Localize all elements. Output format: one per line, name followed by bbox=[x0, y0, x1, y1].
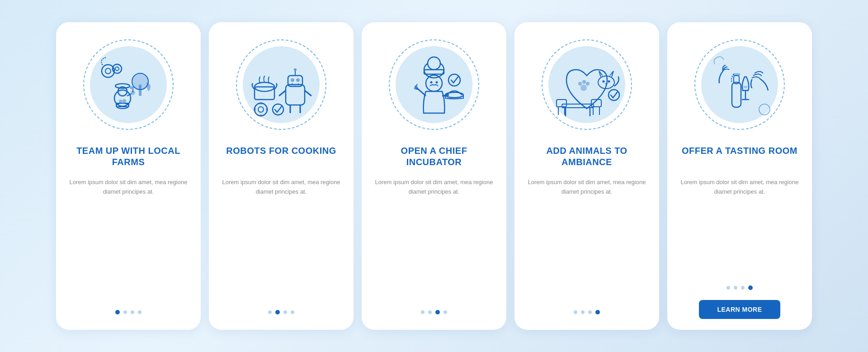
svg-point-38 bbox=[428, 57, 440, 70]
svg-line-45 bbox=[418, 89, 426, 96]
svg-point-69 bbox=[759, 104, 770, 115]
dot bbox=[574, 310, 577, 314]
card-5-title: OFFER A TASTING ROOM bbox=[682, 145, 797, 171]
card-2-illustration bbox=[231, 35, 331, 134]
svg-point-49 bbox=[582, 80, 586, 84]
dot bbox=[581, 310, 585, 314]
svg-point-34 bbox=[273, 104, 283, 115]
svg-point-29 bbox=[258, 107, 264, 112]
card-2-title: ROBOTS FOR COOKING bbox=[226, 145, 336, 171]
svg-line-22 bbox=[279, 90, 286, 96]
svg-point-50 bbox=[586, 82, 590, 86]
card-3-illustration bbox=[384, 35, 484, 134]
card-chef: OPEN A CHIEF INCUBATOR Lorem ipsum dolor… bbox=[362, 22, 506, 330]
cards-container: TEAM UP WITH LOCAL FARMS Lorem ipsum dol… bbox=[56, 22, 812, 330]
dot bbox=[741, 286, 745, 290]
svg-point-21 bbox=[296, 78, 300, 82]
card-tasting: OFFER A TASTING ROOM Lorem ipsum dolor s… bbox=[667, 22, 812, 330]
card-robots: ROBOTS FOR COOKING Lorem ipsum dolor sit… bbox=[209, 22, 354, 330]
card-5-desc: Lorem ipsum dolor sit dim amet, mea regi… bbox=[680, 178, 799, 276]
dot bbox=[268, 310, 272, 314]
dot bbox=[443, 310, 447, 314]
dot bbox=[734, 286, 737, 290]
card-animals: ADD ANIMALS TO AMBIANCE Lorem ipsum dolo… bbox=[514, 22, 659, 330]
svg-point-16 bbox=[119, 100, 123, 103]
card-1-desc: Lorem ipsum dolor sit dim amet, mea regi… bbox=[69, 178, 188, 301]
svg-point-2 bbox=[115, 84, 130, 88]
dot-active bbox=[115, 310, 120, 314]
card-5-illustration bbox=[690, 35, 789, 134]
svg-rect-30 bbox=[259, 102, 262, 105]
card-3-dots bbox=[421, 310, 447, 314]
svg-point-41 bbox=[430, 81, 433, 84]
svg-point-53 bbox=[608, 81, 610, 83]
chef-icon bbox=[396, 46, 472, 123]
dot bbox=[588, 310, 592, 314]
svg-rect-33 bbox=[266, 108, 268, 111]
card-2-desc: Lorem ipsum dolor sit dim amet, mea regi… bbox=[222, 178, 341, 301]
svg-point-42 bbox=[436, 81, 438, 84]
svg-point-46 bbox=[448, 74, 460, 86]
svg-rect-39 bbox=[424, 70, 444, 74]
dot bbox=[123, 310, 127, 314]
card-1-dots bbox=[115, 310, 142, 314]
card-4-illustration bbox=[537, 35, 637, 134]
card-4-desc: Lorem ipsum dolor sit dim amet, mea regi… bbox=[527, 178, 646, 301]
svg-point-8 bbox=[105, 68, 111, 74]
card-3-desc: Lorem ipsum dolor sit dim amet, mea regi… bbox=[374, 178, 494, 301]
card-4-dots bbox=[574, 310, 600, 314]
dot bbox=[283, 310, 287, 314]
svg-line-23 bbox=[305, 90, 311, 96]
svg-point-54 bbox=[609, 90, 619, 100]
card-2-dots bbox=[268, 310, 294, 314]
svg-line-44 bbox=[442, 95, 449, 96]
dot bbox=[428, 310, 432, 314]
robot-icon bbox=[243, 46, 320, 123]
card-1-title: TEAM UP WITH LOCAL FARMS bbox=[69, 145, 188, 171]
svg-rect-18 bbox=[286, 85, 305, 105]
card-4-title: ADD ANIMALS TO AMBIANCE bbox=[527, 145, 646, 171]
svg-point-36 bbox=[294, 68, 297, 71]
svg-point-7 bbox=[102, 65, 114, 77]
svg-point-47 bbox=[580, 85, 587, 91]
svg-point-20 bbox=[291, 78, 294, 82]
dot bbox=[291, 310, 294, 314]
dot-active bbox=[275, 310, 280, 314]
learn-more-button[interactable]: LEARN MORE bbox=[699, 300, 780, 319]
dot-active bbox=[435, 310, 440, 314]
dot bbox=[726, 286, 730, 290]
dot-active bbox=[595, 310, 600, 314]
dot-active bbox=[748, 285, 753, 290]
svg-rect-31 bbox=[259, 114, 262, 117]
card-5-dots bbox=[726, 285, 753, 290]
tasting-icon bbox=[701, 46, 778, 123]
card-team-up: TEAM UP WITH LOCAL FARMS Lorem ipsum dol… bbox=[56, 22, 201, 330]
svg-point-28 bbox=[255, 103, 267, 116]
animals-icon bbox=[548, 46, 625, 123]
dot bbox=[421, 310, 425, 314]
svg-point-10 bbox=[115, 67, 119, 71]
svg-rect-64 bbox=[732, 82, 741, 107]
svg-point-52 bbox=[603, 81, 605, 83]
card-1-illustration bbox=[79, 35, 178, 134]
svg-point-17 bbox=[123, 99, 126, 103]
svg-rect-27 bbox=[255, 87, 274, 100]
dot bbox=[131, 310, 134, 314]
dot bbox=[138, 310, 142, 314]
card-3-title: OPEN A CHIEF INCUBATOR bbox=[374, 145, 494, 171]
farm-icon bbox=[90, 46, 167, 123]
svg-rect-32 bbox=[254, 108, 256, 111]
svg-point-48 bbox=[578, 82, 582, 86]
